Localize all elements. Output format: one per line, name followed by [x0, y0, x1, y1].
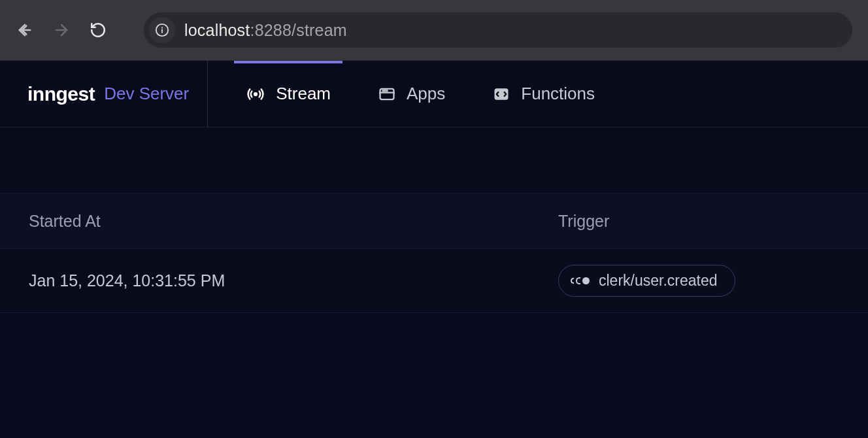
- apps-icon: [378, 85, 396, 103]
- browser-toolbar: localhost:8288/stream: [0, 0, 868, 61]
- svg-point-9: [382, 90, 383, 91]
- col-header-trigger: Trigger: [558, 212, 609, 231]
- url-host: localhost: [184, 21, 250, 39]
- content-fill: [0, 313, 868, 438]
- svg-point-6: [254, 92, 258, 95]
- nav-tabs: Stream Apps Functions: [222, 61, 618, 127]
- svg-point-10: [384, 90, 385, 91]
- table-header: Started At Trigger: [0, 193, 868, 249]
- url-text: localhost:8288/stream: [184, 21, 347, 40]
- functions-icon: [492, 85, 510, 103]
- tab-functions-label: Functions: [521, 84, 595, 104]
- browser-nav-buttons: [16, 21, 107, 39]
- site-info-icon[interactable]: [149, 17, 175, 43]
- url-path: :8288/stream: [250, 21, 346, 39]
- brand-logo: inngest: [27, 83, 95, 105]
- svg-point-11: [386, 90, 387, 91]
- back-button[interactable]: [16, 21, 34, 39]
- trigger-pill[interactable]: clerk/user.created: [558, 265, 735, 297]
- tab-apps-label: Apps: [407, 84, 445, 104]
- cell-started-at: Jan 15, 2024, 10:31:55 PM: [29, 271, 558, 290]
- logo-section: inngest Dev Server: [27, 61, 208, 127]
- app-header: inngest Dev Server Stream Apps Functions: [0, 61, 868, 127]
- table-row[interactable]: Jan 15, 2024, 10:31:55 PM clerk/user.cre…: [0, 249, 868, 313]
- col-header-started-at: Started At: [29, 212, 558, 231]
- content-area: Started At Trigger Jan 15, 2024, 10:31:5…: [0, 127, 868, 438]
- svg-point-5: [161, 27, 163, 28]
- event-icon: [571, 277, 590, 284]
- tab-stream[interactable]: Stream: [222, 61, 354, 127]
- stream-icon: [246, 84, 265, 104]
- reload-button[interactable]: [89, 21, 107, 39]
- tab-apps[interactable]: Apps: [354, 61, 469, 127]
- content-spacer: [0, 127, 868, 193]
- trigger-label: clerk/user.created: [599, 272, 718, 290]
- brand-subtitle: Dev Server: [104, 84, 189, 104]
- address-bar[interactable]: localhost:8288/stream: [144, 12, 852, 48]
- forward-button[interactable]: [52, 21, 71, 39]
- tab-stream-label: Stream: [276, 84, 331, 104]
- tab-functions[interactable]: Functions: [469, 61, 618, 127]
